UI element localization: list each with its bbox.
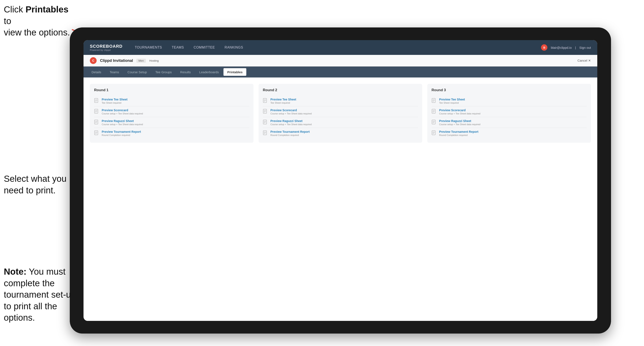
- tab-results[interactable]: Results: [176, 68, 194, 76]
- round1-raguzzi-info: Preview Raguzzi Sheet Course setup + Tee…: [102, 119, 249, 126]
- round2-tee-sheet-info: Preview Tee Sheet Tee Sheet required: [270, 98, 418, 104]
- round2-report-subtitle: Round Completion required: [270, 134, 418, 136]
- round1-scorecard[interactable]: Preview Scorecard Course setup + Tee She…: [94, 106, 249, 117]
- round3-raguzzi-title[interactable]: Preview Raguzzi Sheet: [439, 119, 587, 123]
- round2-scorecard-subtitle: Course setup + Tee Sheet data required: [270, 112, 418, 115]
- sub-header-left: C Clippd Invitational Men Hosting: [90, 57, 158, 64]
- tab-bar: Details Teams Course Setup Tee Groups Re…: [84, 66, 597, 77]
- tab-printables[interactable]: Printables: [224, 68, 246, 76]
- document-icon-12: [432, 131, 436, 136]
- round3-report-info: Preview Tournament Report Round Completi…: [439, 130, 587, 136]
- round1-tee-sheet-subtitle: Tee Sheet required: [102, 102, 249, 104]
- round3-report-title[interactable]: Preview Tournament Report: [439, 130, 587, 133]
- tournament-badge: Men: [136, 59, 146, 63]
- round3-tournament-report[interactable]: Preview Tournament Report Round Completi…: [432, 128, 587, 139]
- round3-scorecard-subtitle: Course setup + Tee Sheet data required: [439, 112, 587, 115]
- round1-scorecard-subtitle: Course setup + Tee Sheet data required: [102, 112, 249, 115]
- round1-tee-sheet-info: Preview Tee Sheet Tee Sheet required: [102, 98, 249, 104]
- document-icon-6: [263, 109, 268, 115]
- round1-tournament-report[interactable]: Preview Tournament Report Round Completi…: [94, 128, 249, 139]
- tournament-name: Clippd Invitational: [100, 58, 133, 63]
- separator: |: [575, 46, 576, 49]
- round3-raguzzi[interactable]: Preview Raguzzi Sheet Course setup + Tee…: [432, 117, 587, 128]
- user-avatar: B: [541, 44, 548, 51]
- round3-scorecard[interactable]: Preview Scorecard Course setup + Tee She…: [432, 106, 587, 117]
- round3-tee-sheet[interactable]: Preview Tee Sheet Tee Sheet required: [432, 96, 587, 106]
- round2-scorecard[interactable]: Preview Scorecard Course setup + Tee She…: [263, 106, 418, 117]
- hosting-badge: Hosting: [149, 59, 158, 62]
- round2-raguzzi-info: Preview Raguzzi Sheet Course setup + Tee…: [270, 119, 418, 126]
- document-icon-11: [432, 120, 436, 126]
- round1-raguzzi-subtitle: Course setup + Tee Sheet data required: [102, 123, 249, 126]
- tab-details[interactable]: Details: [88, 68, 105, 76]
- tab-tee-groups[interactable]: Tee Groups: [152, 68, 176, 76]
- round3-tee-sheet-subtitle: Tee Sheet required: [439, 102, 587, 104]
- cancel-button[interactable]: Cancel ✕: [578, 59, 591, 62]
- round-3-column: Round 3 Preview Tee Sheet Tee Sheet requ…: [427, 84, 591, 143]
- tab-course-setup[interactable]: Course Setup: [124, 68, 151, 76]
- document-icon-4: [94, 131, 99, 136]
- document-icon-5: [263, 98, 268, 104]
- round1-report-info: Preview Tournament Report Round Completi…: [102, 130, 249, 136]
- round-1-title: Round 1: [94, 88, 249, 92]
- round-2-title: Round 2: [263, 88, 418, 92]
- round3-raguzzi-info: Preview Raguzzi Sheet Course setup + Tee…: [439, 119, 587, 126]
- tablet-device: SCOREBOARD Powered by clippd TOURNAMENTS…: [70, 27, 611, 334]
- document-icon: [94, 98, 99, 104]
- round2-raguzzi[interactable]: Preview Raguzzi Sheet Course setup + Tee…: [263, 117, 418, 128]
- tab-leaderboards[interactable]: Leaderboards: [195, 68, 223, 76]
- brand-title: SCOREBOARD: [90, 44, 122, 49]
- document-icon-2: [94, 109, 99, 115]
- document-icon-3: [94, 120, 99, 126]
- round3-scorecard-info: Preview Scorecard Course setup + Tee She…: [439, 109, 587, 115]
- top-nav-right: B blair@clippd.io | Sign out: [541, 44, 591, 51]
- round1-report-title[interactable]: Preview Tournament Report: [102, 130, 249, 133]
- round-3-title: Round 3: [432, 88, 587, 92]
- round1-tee-sheet[interactable]: Preview Tee Sheet Tee Sheet required: [94, 96, 249, 106]
- round1-scorecard-info: Preview Scorecard Course setup + Tee She…: [102, 109, 249, 115]
- top-nav-links: TOURNAMENTS TEAMS COMMITTEE RANKINGS: [133, 45, 541, 50]
- tournament-logo: C: [90, 57, 96, 64]
- brand: SCOREBOARD Powered by clippd: [90, 44, 122, 51]
- round2-raguzzi-title[interactable]: Preview Raguzzi Sheet: [270, 119, 418, 123]
- round2-report-title[interactable]: Preview Tournament Report: [270, 130, 418, 133]
- round3-scorecard-title[interactable]: Preview Scorecard: [439, 109, 587, 112]
- round1-raguzzi[interactable]: Preview Raguzzi Sheet Course setup + Tee…: [94, 117, 249, 128]
- round2-report-info: Preview Tournament Report Round Completi…: [270, 130, 418, 136]
- round2-raguzzi-subtitle: Course setup + Tee Sheet data required: [270, 123, 418, 126]
- nav-tournaments[interactable]: TOURNAMENTS: [133, 45, 164, 50]
- nav-teams[interactable]: TEAMS: [170, 45, 186, 50]
- document-icon-10: [432, 109, 436, 115]
- round1-scorecard-title[interactable]: Preview Scorecard: [102, 109, 249, 112]
- round1-report-subtitle: Round Completion required: [102, 134, 249, 136]
- document-icon-7: [263, 120, 268, 126]
- round2-tournament-report[interactable]: Preview Tournament Report Round Completi…: [263, 128, 418, 139]
- nav-committee[interactable]: COMMITTEE: [192, 45, 217, 50]
- round2-scorecard-info: Preview Scorecard Course setup + Tee She…: [270, 109, 418, 115]
- top-nav: SCOREBOARD Powered by clippd TOURNAMENTS…: [84, 40, 597, 55]
- round1-raguzzi-title[interactable]: Preview Raguzzi Sheet: [102, 119, 249, 123]
- round-1-column: Round 1 Preview Tee Sheet Tee Sheet requ…: [90, 84, 254, 143]
- document-icon-8: [263, 131, 268, 136]
- annotation-mid: Select what youneed to print.: [4, 173, 76, 196]
- round3-raguzzi-subtitle: Course setup + Tee Sheet data required: [439, 123, 587, 126]
- rounds-grid: Round 1 Preview Tee Sheet Tee Sheet requ…: [90, 84, 591, 143]
- user-email: blair@clippd.io: [551, 46, 572, 49]
- printables-bold: Printables: [26, 4, 68, 14]
- round2-tee-sheet-subtitle: Tee Sheet required: [270, 102, 418, 104]
- document-icon-9: [432, 98, 436, 104]
- nav-rankings[interactable]: RANKINGS: [223, 45, 245, 50]
- round3-report-subtitle: Round Completion required: [439, 134, 587, 136]
- annotation-top: Click Printables toview the options.: [4, 4, 72, 38]
- round1-tee-sheet-title[interactable]: Preview Tee Sheet: [102, 98, 249, 101]
- brand-sub: Powered by clippd: [90, 49, 122, 51]
- round3-tee-sheet-info: Preview Tee Sheet Tee Sheet required: [439, 98, 587, 104]
- round2-tee-sheet[interactable]: Preview Tee Sheet Tee Sheet required: [263, 96, 418, 106]
- sign-out-link[interactable]: Sign out: [579, 46, 591, 49]
- round2-scorecard-title[interactable]: Preview Scorecard: [270, 109, 418, 112]
- round2-tee-sheet-title[interactable]: Preview Tee Sheet: [270, 98, 418, 101]
- round3-tee-sheet-title[interactable]: Preview Tee Sheet: [439, 98, 587, 101]
- tab-teams[interactable]: Teams: [106, 68, 123, 76]
- tablet-screen: SCOREBOARD Powered by clippd TOURNAMENTS…: [84, 40, 597, 321]
- sub-header: C Clippd Invitational Men Hosting Cancel…: [84, 55, 597, 66]
